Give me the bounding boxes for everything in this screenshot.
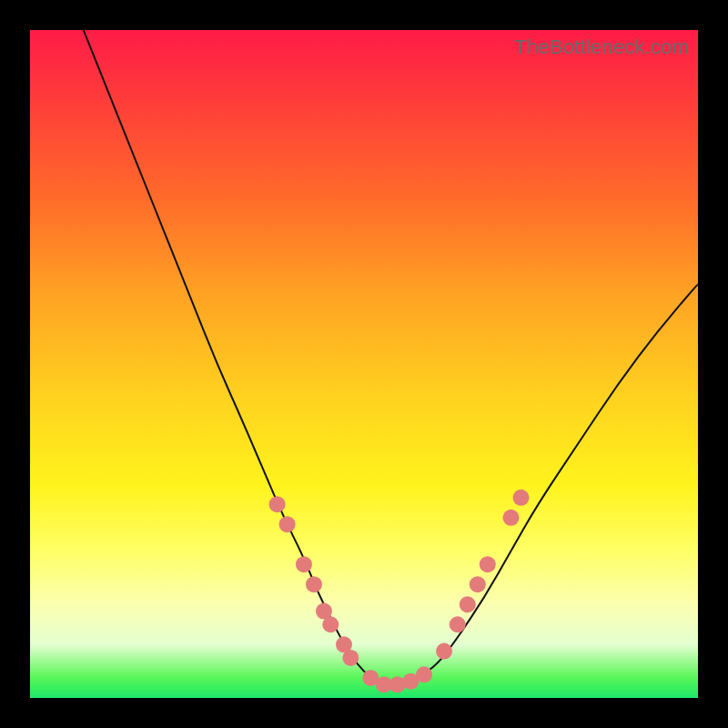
- curve-marker: [269, 496, 286, 512]
- curve-marker: [296, 556, 312, 572]
- plot-area: TheBottleneck.com: [30, 30, 698, 698]
- curve-marker: [460, 596, 476, 612]
- chart-svg: [30, 30, 698, 698]
- bottleneck-curve: [84, 30, 698, 684]
- curve-marker: [279, 516, 296, 532]
- curve-marker: [512, 490, 529, 506]
- curve-marker: [342, 650, 359, 666]
- curve-marker: [470, 576, 486, 592]
- chart-frame: TheBottleneck.com: [0, 0, 728, 728]
- curve-marker: [306, 576, 322, 592]
- curve-marker: [322, 616, 339, 632]
- curve-marker: [480, 556, 496, 572]
- curve-marker: [450, 616, 466, 632]
- curve-marker: [502, 510, 519, 526]
- curve-marker: [436, 643, 452, 660]
- curve-marker: [416, 666, 432, 682]
- marker-group: [269, 490, 530, 693]
